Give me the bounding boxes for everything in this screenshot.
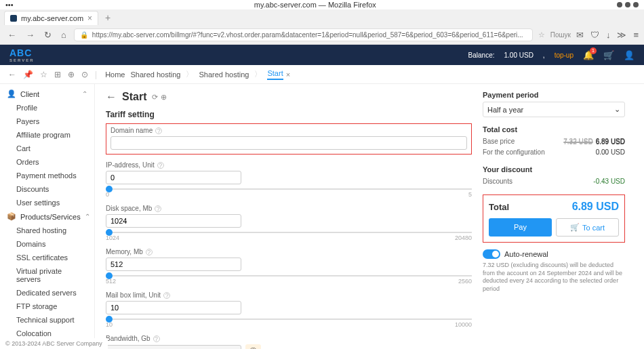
browser-chrome: my.abc-server.com × + ← → ↻ ⌂ 🔒 https://… [0,9,644,45]
total-label: Total [489,202,509,212]
summary-panel: Payment period Half a year⌄ Total cost B… [483,91,625,349]
footer: © 2013-2024 ABC Server Company [0,338,108,349]
page-title: ← Start ⟳ ⊕ [106,91,472,103]
user-icon[interactable]: 👤 [624,50,635,60]
sidebar-item-payment-methods[interactable]: Payment methods [0,169,94,182]
browser-tab[interactable]: my.abc-server.com × [4,11,98,25]
sidebar-item-dedicated[interactable]: Dedicated servers [0,286,94,300]
mailbox-slider[interactable] [106,316,113,323]
memory-input[interactable] [106,258,241,271]
balance-value: 1.00 USD [504,52,534,59]
cart-icon[interactable]: 🛒 [603,50,614,60]
logo[interactable]: ABCSERVER [9,47,35,62]
lock-icon: 🔒 [80,31,88,39]
to-cart-button[interactable]: 🛒To cart [556,218,619,237]
bandwidth-input [106,345,241,350]
breadcrumb: Home Shared hosting 〉 Shared hosting 〉 S… [105,69,290,80]
info-icon[interactable]: ? [163,292,170,299]
sidebar-item-cart[interactable]: Cart [0,142,94,155]
sidebar-item-user-settings[interactable]: User settings [0,196,94,209]
breadcrumb-close-icon[interactable]: × [286,70,290,79]
auto-renewal-label: Auto-renewal [504,250,548,258]
info-icon[interactable]: ? [155,205,161,212]
memory-slider[interactable] [106,272,113,279]
new-tab-button[interactable]: + [101,12,115,23]
tab-close-icon[interactable]: × [87,14,92,23]
search-placeholder: Пошук [550,31,571,39]
globe-icon[interactable]: ⊕ [161,93,167,102]
sidebar-group-products[interactable]: 📦 Products/Services⌃ [0,209,94,224]
renewal-note: 7.32 USD (excluding discounts) will be d… [483,262,625,293]
window-title: my.abc-server.com — Mozilla Firefox [254,1,376,9]
url-field[interactable]: 🔒 https://my.abc-server.com/billmgr/#?fu… [74,28,533,41]
info-icon[interactable]: ? [155,127,162,134]
sidebar-item-orders[interactable]: Orders [0,155,94,169]
forward-icon[interactable]: → [24,30,37,40]
period-select[interactable]: Half a year⌄ [483,102,625,117]
user-icon: 👤 [7,89,16,98]
box-icon[interactable]: ⊞ [54,70,61,79]
sidebar-item-discounts[interactable]: Discounts [0,182,94,196]
domain-input[interactable] [110,136,467,150]
cart-icon: 🛒 [570,223,580,232]
sidebar-item-shared-hosting[interactable]: Shared hosting [0,224,94,237]
sidebar-item-ftp[interactable]: FTP storage [0,300,94,313]
period-label: Payment period [483,91,625,99]
disk-slider[interactable] [106,229,113,236]
sidebar-item-affiliate[interactable]: Affiliate program [0,128,94,142]
star-icon[interactable]: ☆ [40,70,47,79]
field-ip: IP-address, Unit? 05 [106,161,472,198]
topup-link[interactable]: top-up [555,52,573,59]
total-box: Total 6.89 USD Pay 🛒To cart [483,194,625,243]
info-icon[interactable]: ? [153,335,160,342]
reload-icon[interactable]: ↻ [42,30,54,40]
ip-slider[interactable] [106,186,113,192]
section-tariff: Tariff setting [106,110,472,119]
pin-icon[interactable]: 📌 [23,70,33,79]
info-badge-icon[interactable]: ⓘ [245,344,261,349]
disk-input[interactable] [106,214,241,228]
info-icon[interactable]: ? [157,162,164,169]
pay-button[interactable]: Pay [489,218,552,237]
info-icon[interactable]: ? [146,249,153,255]
sidebar-group-client[interactable]: 👤 Client⌃ [0,87,94,101]
url-text: https://my.abc-server.com/billmgr/#?func… [92,31,523,39]
field-memory: Memory, Mb? 5122560 [106,248,472,285]
menu-icon[interactable]: ≫ [617,30,626,40]
refresh-icon[interactable]: ⟳ [152,93,158,102]
tab-title: my.abc-server.com [21,14,83,22]
ip-input[interactable] [106,171,241,184]
nav-back-icon[interactable]: ← [8,70,16,79]
hamburger-icon[interactable]: ≡ [633,30,639,40]
breadcrumb-home[interactable]: Home [105,70,125,79]
breadcrumb-shared1[interactable]: Shared hosting [130,70,180,79]
back-arrow-icon[interactable]: ← [106,91,117,103]
plus-icon[interactable]: ⊕ [68,70,75,79]
chevron-down-icon: ⌄ [614,105,620,114]
sidebar: 👤 Client⌃ Profile Payers Affiliate progr… [0,84,95,349]
mail-icon[interactable]: ✉ [576,30,584,40]
discount-label: Your discount [483,165,625,173]
sidebar-item-support[interactable]: Technical support [0,313,94,327]
field-disk: Disk space, Mb? 102420480 [106,205,472,241]
field-bandwidth: Bandwidth, Gb? ⓘ [106,335,472,349]
help-icon[interactable]: ⊙ [81,70,88,79]
sidebar-item-vps[interactable]: Virtual private servers [0,264,94,286]
extension-icon[interactable]: 🛡 [590,30,599,40]
box-icon: 📦 [7,212,16,221]
balance-label: Balance: [468,52,495,59]
notification-icon[interactable]: 🔔1 [583,50,594,60]
download-icon[interactable]: ↓ [606,30,611,40]
back-icon[interactable]: ← [5,30,18,40]
sidebar-item-ssl[interactable]: SSL certificates [0,251,94,264]
auto-renewal-toggle[interactable] [483,249,500,259]
app-header: ABCSERVER Balance: 1.00 USD , top-up 🔔1 … [0,45,644,65]
sidebar-item-domains[interactable]: Domains [0,237,94,251]
home-icon[interactable]: ⌂ [59,30,68,40]
breadcrumb-start[interactable]: Start [267,69,283,80]
breadcrumb-shared2[interactable]: Shared hosting [199,70,249,79]
mailbox-input[interactable] [106,301,241,314]
sidebar-item-profile[interactable]: Profile [0,101,94,115]
sidebar-item-payers[interactable]: Payers [0,115,94,128]
total-value: 6.89 USD [572,201,619,213]
